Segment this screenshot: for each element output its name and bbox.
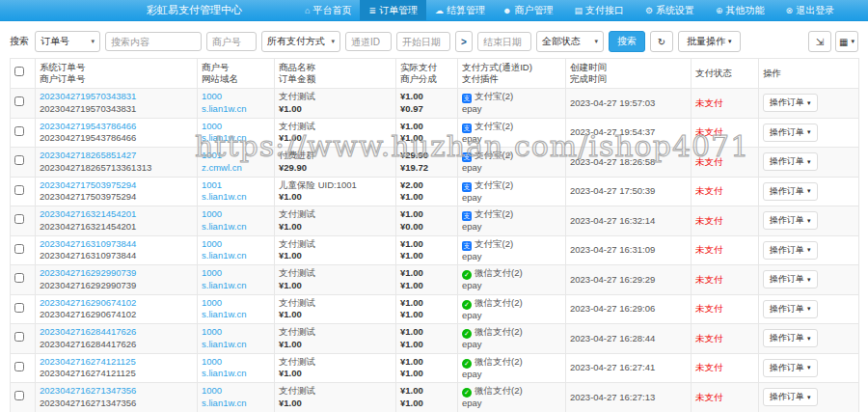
search-type-select[interactable]: 订单号 ▾ — [35, 31, 100, 52]
merchant-share: ¥1.00 — [400, 339, 453, 351]
order-action-button[interactable]: 操作订单 ▾ — [763, 241, 818, 260]
nav-item-结算管理[interactable]: ☁ 结算管理 — [426, 0, 494, 20]
row-checkbox[interactable] — [14, 96, 24, 106]
order-action-button[interactable]: 操作订单 ▾ — [763, 270, 818, 288]
fullscreen-button[interactable]: ⇲ — [808, 31, 831, 52]
domain-link[interactable]: s.lian1w.cn — [202, 250, 246, 262]
nav-item-其他功能[interactable]: ⊕ 其他功能 — [707, 0, 777, 20]
system-order-link[interactable]: 2023042716284417626 — [40, 326, 136, 339]
pay-type-select[interactable]: 所有支付方式 ▾ — [261, 31, 340, 52]
nav-item-订单管理[interactable]: ≣ 订单管理 — [360, 0, 426, 20]
pay-type-value: 所有支付方式 — [267, 35, 325, 48]
pay-status: 未支付 — [695, 185, 723, 196]
product-name: 支付测试 — [279, 385, 392, 398]
end-date-input[interactable] — [477, 32, 531, 51]
system-order-link[interactable]: 2023042719570343831 — [40, 91, 136, 103]
row-checkbox[interactable] — [14, 155, 24, 165]
pay-status: 未支付 — [695, 333, 723, 343]
domain-link[interactable]: s.lian1w.cn — [202, 132, 246, 145]
merchant-id-link[interactable]: 1000 — [202, 326, 222, 339]
create-time: 2023-04-27 19:54:37 — [570, 126, 655, 137]
domain-link[interactable]: s.lian1w.cn — [202, 368, 246, 380]
merchant-id-link[interactable]: 1001 — [202, 150, 222, 162]
system-order-link[interactable]: 2023042716274121125 — [40, 356, 136, 369]
pay-method-label: 支付宝(2) — [475, 121, 513, 131]
system-order-link[interactable]: 2023042716310973844 — [40, 238, 136, 251]
system-order-link[interactable]: 2023042718265851427 — [40, 150, 136, 162]
merchant-id-link[interactable]: 1000 — [202, 91, 222, 103]
refresh-button[interactable]: ↻ — [650, 31, 673, 52]
merchant-id-link[interactable]: 1000 — [202, 297, 222, 310]
merchant-id-link[interactable]: 1000 — [202, 238, 222, 251]
system-order-link[interactable]: 2023042716292990739 — [40, 267, 136, 280]
order-action-button[interactable]: 操作订单 ▾ — [763, 388, 818, 406]
domain-link[interactable]: s.lian1w.cn — [202, 309, 246, 321]
system-order-link[interactable]: 2023042716321454201 — [40, 208, 136, 221]
merchant-order-no: 2023042719570343831 — [40, 103, 193, 116]
order-action-button[interactable]: 操作订单 ▾ — [763, 94, 818, 112]
order-action-button[interactable]: 操作订单 ▾ — [763, 211, 818, 230]
order-action-button[interactable]: 操作订单 ▾ — [763, 300, 818, 318]
order-action-button[interactable]: 操作订单 ▾ — [763, 329, 818, 347]
product-name: 支付测试 — [279, 267, 392, 280]
order-action-button[interactable]: 操作订单 ▾ — [763, 152, 818, 171]
system-order-link[interactable]: 2023042716271347356 — [40, 385, 136, 398]
order-action-button[interactable]: 操作订单 ▾ — [763, 124, 818, 142]
domain-link[interactable]: s.lian1w.cn — [202, 398, 246, 410]
nav-item-支付接口[interactable]: ▤ 支付接口 — [565, 0, 637, 20]
pay-plugin: epay — [462, 369, 561, 381]
start-date-input[interactable] — [396, 32, 450, 51]
row-checkbox[interactable] — [14, 244, 24, 254]
chevron-down-icon: ▾ — [807, 305, 811, 313]
domain-link[interactable]: s.lian1w.cn — [202, 103, 246, 116]
order-action-label: 操作订单 — [770, 185, 804, 198]
row-checkbox[interactable] — [14, 362, 24, 371]
chevron-down-icon: ▾ — [807, 276, 811, 284]
merchant-id-link[interactable]: 1000 — [202, 356, 222, 369]
row-checkbox[interactable] — [14, 303, 24, 313]
merchant-id-link[interactable]: 1001 — [202, 179, 222, 192]
nav-item-退出登录[interactable]: ⊗ 退出登录 — [777, 0, 844, 20]
merchant-id-link[interactable]: 1000 — [202, 385, 222, 398]
columns-button[interactable]: ▦▾ — [835, 31, 858, 52]
pay-plugin: epay — [462, 133, 561, 146]
select-all-checkbox[interactable] — [14, 67, 24, 76]
order-amount: ¥1.00 — [279, 339, 392, 351]
merchant-id-input[interactable] — [206, 32, 257, 51]
order-action-button[interactable]: 操作订单 ▾ — [763, 182, 818, 201]
merchant-id-link[interactable]: 1000 — [202, 208, 222, 221]
nav-item-平台首页[interactable]: ⌂ 平台首页 — [296, 0, 360, 20]
domain-link[interactable]: z.cmwl.cn — [202, 162, 242, 175]
domain-link[interactable]: s.lian1w.cn — [202, 280, 246, 292]
paid-amount: ¥1.00 — [400, 208, 453, 221]
pay-plugin: epay — [462, 162, 561, 175]
row-checkbox[interactable] — [14, 214, 24, 224]
pay-plugin: epay — [462, 103, 561, 116]
row-checkbox[interactable] — [14, 332, 24, 342]
product-name: 支付测试 — [279, 238, 392, 251]
row-checkbox[interactable] — [14, 185, 24, 195]
merchant-id-link[interactable]: 1000 — [202, 267, 222, 280]
pay-method-label: 支付宝(2) — [475, 150, 513, 160]
bulk-actions-button[interactable]: 批量操作 ▾ — [678, 31, 741, 52]
row-checkbox[interactable] — [14, 391, 24, 400]
order-action-label: 操作订单 — [770, 214, 804, 227]
nav-item-系统设置[interactable]: ⚙ 系统设置 — [637, 0, 707, 20]
pay-method-icon: 支 — [462, 124, 472, 133]
order-action-button[interactable]: 操作订单 ▾ — [763, 359, 818, 377]
nav-item-商户管理[interactable]: ☻ 商户管理 — [494, 0, 565, 20]
domain-link[interactable]: s.lian1w.cn — [202, 221, 246, 233]
system-order-link[interactable]: 2023042717503975294 — [40, 179, 136, 192]
merchant-order-no: 2023042716274121125 — [40, 368, 193, 380]
system-order-link[interactable]: 2023042716290674102 — [40, 297, 136, 310]
domain-link[interactable]: s.lian1w.cn — [202, 339, 246, 351]
merchant-id-link[interactable]: 1000 — [202, 121, 222, 133]
status-select[interactable]: 全部状态 ▾ — [536, 31, 604, 52]
domain-link[interactable]: s.lian1w.cn — [202, 191, 246, 204]
channel-id-input[interactable] — [345, 32, 392, 51]
row-checkbox[interactable] — [14, 273, 24, 283]
search-input[interactable] — [105, 32, 202, 51]
system-order-link[interactable]: 2023042719543786466 — [40, 121, 136, 133]
search-button[interactable]: 搜索 — [609, 31, 645, 52]
row-checkbox[interactable] — [14, 126, 24, 136]
